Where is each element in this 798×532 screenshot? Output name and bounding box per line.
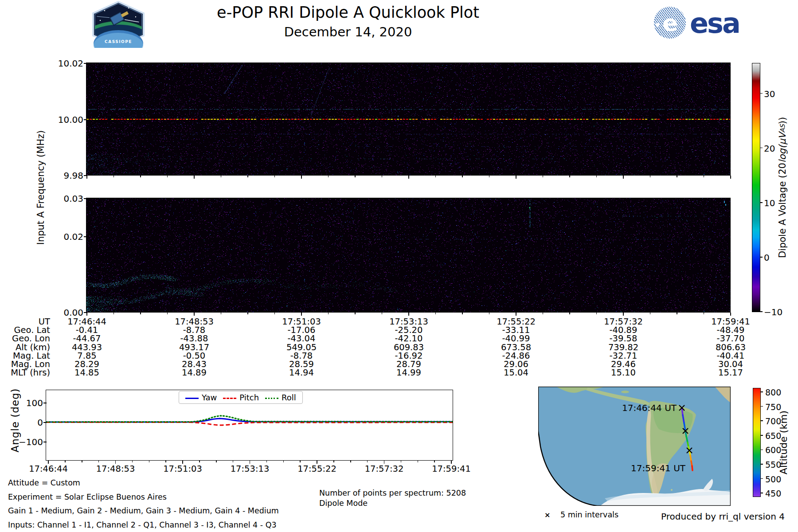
colorbar-tick-label: 10: [764, 198, 775, 208]
track-start-label: 17:46:44 UT: [622, 403, 677, 413]
inputs-note: Inputs: Channel 1 - I1, Channel 2 - Q1, …: [8, 520, 277, 529]
axis-tick: [113, 313, 114, 314]
axis-tick: [730, 313, 731, 316]
axis-tick: [760, 257, 763, 258]
axis-tick: [300, 461, 301, 462]
axis-tick: [317, 461, 317, 464]
axis-tick: [569, 176, 570, 177]
axis-tick: [84, 198, 87, 199]
axis-tick: [113, 176, 114, 177]
ytick-label: −100: [12, 438, 43, 446]
axis-tick: [84, 119, 87, 120]
axis-tick: [650, 313, 651, 314]
axis-tick: [401, 461, 402, 462]
axis-tick: [435, 313, 436, 314]
axis-tick: [489, 313, 490, 314]
axis-tick: [274, 313, 275, 314]
ephemeris-cell: 14.85: [54, 368, 120, 377]
pitch-line: [46, 422, 453, 425]
axis-tick: [677, 313, 677, 314]
ytick-label: 10.02: [27, 59, 83, 68]
axis-tick: [760, 435, 763, 436]
page-subtitle: December 14, 2020: [38, 24, 658, 39]
ephemeris-cell: -39.58: [590, 334, 657, 343]
xtick-label: 17:57:32: [356, 464, 413, 474]
gains-note: Gain 1 - Medium, Gain 2 - Medium, Gain 3…: [8, 506, 279, 515]
axis-tick: [516, 176, 516, 179]
angle-plot-legend: Yaw Pitch Roll: [179, 391, 303, 404]
axis-tick: [760, 406, 763, 407]
spectrogram-lower-panel: [86, 198, 731, 313]
axis-tick: [462, 176, 463, 177]
colorbar-tick-label: 650: [765, 431, 781, 441]
colorbar-tick-label: 750: [765, 402, 781, 412]
axis-tick: [216, 461, 217, 462]
axis-tick: [48, 461, 49, 464]
axis-tick: [704, 176, 704, 177]
ytick-label: 0.03: [27, 194, 83, 203]
esa-logo: esa: [690, 7, 739, 39]
attitude-note: Attitude = Custom: [8, 478, 80, 487]
ytick-label: 9.98: [27, 171, 83, 180]
axis-tick: [382, 176, 383, 177]
axis-tick: [266, 461, 267, 462]
ephemeris-cell: -37.70: [697, 334, 764, 343]
axis-tick: [408, 176, 409, 179]
colorbar-tick-label: −10: [764, 307, 782, 317]
axis-tick: [462, 313, 463, 314]
axis-tick: [543, 313, 544, 314]
axis-tick: [221, 176, 222, 177]
ytick-label: 0.00: [27, 308, 83, 317]
ephemeris-cell: -43.88: [161, 334, 227, 343]
axis-tick: [84, 236, 87, 237]
falkland-islands: [671, 489, 673, 491]
axis-tick: [98, 461, 99, 462]
axis-tick: [760, 493, 763, 493]
ephemeris-cell: -44.67: [54, 334, 120, 343]
axis-tick: [355, 313, 356, 314]
axis-tick: [301, 313, 302, 316]
ytick-label: 0.02: [27, 232, 83, 241]
axis-tick: [760, 148, 763, 149]
spectrogram-upper-panel: [86, 63, 731, 176]
esa-globe-e: e: [662, 10, 678, 36]
axis-tick: [84, 175, 87, 176]
axis-tick: [333, 461, 334, 462]
axis-tick: [596, 176, 597, 177]
colorbar-tick-label: 20: [764, 143, 775, 154]
axis-tick: [760, 311, 763, 312]
colorbar-tick-label: 800: [765, 387, 781, 397]
axis-tick: [543, 176, 544, 177]
ephemeris-cell: 15.10: [590, 368, 657, 377]
pitch-line-sample: [223, 398, 236, 399]
axis-tick: [149, 461, 150, 462]
axis-tick: [382, 313, 383, 314]
ground-track-map: 17:46:44 UT 17:59:41 UT: [538, 387, 731, 506]
interval-marker-legend: 5 min intervals: [560, 510, 618, 519]
axis-tick: [516, 313, 516, 316]
axis-tick: [596, 313, 597, 314]
spectrogram-lower-canvas: [86, 198, 730, 312]
roll-line-sample: [265, 398, 278, 399]
ytick-label: 10.00: [27, 115, 83, 124]
axis-tick: [760, 202, 763, 203]
ephemeris-cell: -42.10: [376, 334, 442, 343]
axis-tick: [167, 176, 168, 177]
ytick-label: 100: [12, 399, 43, 407]
axis-tick: [84, 63, 87, 64]
axis-tick: [328, 313, 329, 314]
axis-tick: [199, 461, 200, 462]
ephemeris-row-label: MLT (hrs): [0, 368, 50, 377]
xtick-label: 17:46:44: [20, 464, 77, 474]
axis-tick: [283, 461, 284, 462]
ephemeris-cell: 15.17: [697, 368, 764, 377]
ephemeris-cell: 14.89: [161, 368, 227, 377]
page-title: e-POP RRI Dipole A Quicklook Plot: [38, 4, 658, 21]
axis-tick: [140, 176, 141, 177]
axis-tick: [65, 461, 66, 462]
legend-item-pitch: Pitch: [223, 393, 259, 402]
axis-tick: [274, 176, 275, 177]
legend-item-yaw: Yaw: [185, 393, 217, 402]
axis-tick: [167, 313, 168, 314]
xtick-label: 17:51:03: [154, 464, 211, 474]
